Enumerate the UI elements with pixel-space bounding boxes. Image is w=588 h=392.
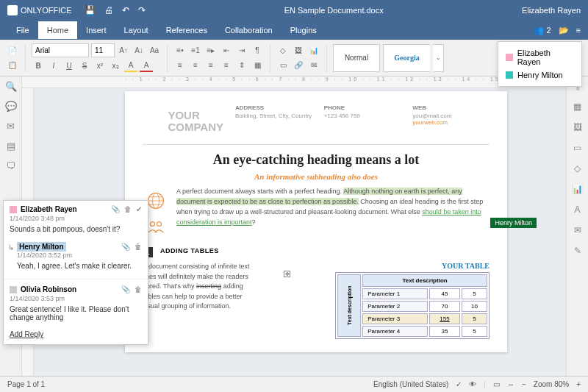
bold-button[interactable]: B: [32, 59, 45, 72]
multilevel-icon[interactable]: ≡▸: [204, 44, 218, 57]
copy-icon[interactable]: 📄: [6, 44, 19, 57]
comment-text: Great sentence! I like it. Please don't …: [4, 305, 148, 327]
menu-icon[interactable]: ≡: [576, 26, 581, 35]
ruler-horizontal[interactable]: · · 1 · · 2 · · 3 · · 4 · · 5 · · 6 · · …: [22, 76, 566, 88]
align-right-icon[interactable]: ≡: [204, 59, 218, 72]
navigation-icon[interactable]: ▤: [7, 140, 15, 152]
comments-panel: Elizabeth Rayen 📎 🗑 ✔ 1/14/2020 3:48 pm …: [3, 200, 148, 345]
print-icon[interactable]: 🖨: [104, 5, 113, 15]
delete-comment-icon[interactable]: 🗑: [135, 243, 142, 251]
svg-point-6: [157, 222, 162, 227]
tab-file[interactable]: File: [7, 21, 38, 39]
table-title[interactable]: YOUR TABLE: [263, 262, 490, 270]
undo-icon[interactable]: ↶: [122, 5, 129, 15]
zoom-out-icon[interactable]: −: [522, 380, 526, 388]
insert-link-icon[interactable]: 🔗: [292, 59, 305, 72]
justify-icon[interactable]: ≡: [220, 59, 233, 72]
highlight-button[interactable]: A: [124, 59, 137, 72]
style-normal[interactable]: Normal: [333, 44, 380, 72]
comment-date: 1/14/2020 3:48 pm: [4, 215, 148, 225]
mailmerge-settings-icon[interactable]: ✉: [574, 225, 581, 235]
user-list-item[interactable]: Henry Milton: [517, 71, 563, 79]
tab-plugins[interactable]: Plugins: [282, 21, 326, 39]
paste-icon[interactable]: 📋: [6, 59, 19, 72]
feedback-icon[interactable]: 🗨: [6, 160, 15, 171]
table-settings-icon[interactable]: ▦: [573, 101, 581, 112]
section-paragraph[interactable]: A document consisting of infinite text l…: [143, 262, 253, 339]
attach-icon[interactable]: 📎: [121, 243, 130, 251]
underline-button[interactable]: U: [62, 59, 76, 72]
redo-icon[interactable]: ↷: [138, 5, 146, 15]
tab-collaboration[interactable]: Collaboration: [216, 21, 282, 39]
table-header: Text description: [362, 274, 487, 287]
mailmerge-icon[interactable]: ✉: [307, 59, 320, 72]
image-settings-icon[interactable]: 🖼: [573, 122, 582, 132]
font-color-button[interactable]: A: [140, 59, 153, 72]
data-table[interactable]: Text descriptionText description Paramet…: [335, 272, 490, 339]
insert-image-icon[interactable]: 🖼: [292, 44, 305, 57]
save-icon[interactable]: 💾: [85, 5, 96, 15]
align-center-icon[interactable]: ≡: [189, 59, 202, 72]
chart-settings-icon[interactable]: 📊: [572, 184, 583, 194]
heading-2[interactable]: An informative subheading also does: [143, 172, 490, 181]
tab-home[interactable]: Home: [38, 21, 77, 39]
fit-page-icon[interactable]: ▭: [493, 380, 500, 388]
tab-references[interactable]: References: [157, 21, 216, 39]
zoom-level[interactable]: Zoom 80%: [534, 380, 569, 388]
insert-chart-icon[interactable]: 📊: [307, 44, 320, 57]
heading-1[interactable]: An eye-catching heading means a lot: [143, 152, 490, 168]
comments-icon[interactable]: 💬: [5, 101, 17, 112]
logo-icon: [7, 5, 18, 15]
page-indicator[interactable]: Page 1 of 1: [7, 380, 45, 388]
resolve-icon[interactable]: ✔: [136, 205, 142, 213]
fit-width-icon[interactable]: ↔: [507, 380, 514, 388]
subscript-button[interactable]: x₂: [109, 59, 122, 72]
shading-icon[interactable]: ▦: [251, 59, 264, 72]
signature-icon[interactable]: ✎: [574, 246, 581, 256]
user-count[interactable]: 👥 2: [534, 26, 551, 35]
tab-layout[interactable]: Layout: [115, 21, 157, 39]
style-georgia[interactable]: Georgia: [383, 44, 430, 72]
open-location-icon[interactable]: 📂: [559, 26, 569, 35]
tracking-icon[interactable]: 👁: [469, 380, 476, 388]
current-user[interactable]: Elizabeth Rayen: [522, 6, 581, 15]
decrease-font-icon[interactable]: A↓: [132, 44, 146, 57]
numbering-icon[interactable]: ≡1: [189, 44, 202, 57]
align-left-icon[interactable]: ≡: [173, 59, 187, 72]
nonprinting-icon[interactable]: ¶: [251, 44, 264, 57]
delete-comment-icon[interactable]: 🗑: [135, 285, 142, 293]
add-reply-button[interactable]: Add Reply: [4, 327, 148, 344]
language-indicator[interactable]: English (United States): [373, 380, 448, 388]
spellcheck-icon[interactable]: ✓: [456, 380, 462, 388]
italic-button[interactable]: I: [47, 59, 60, 72]
change-case-icon[interactable]: Aa: [148, 44, 161, 57]
strike-button[interactable]: S: [78, 59, 91, 72]
attach-icon[interactable]: 📎: [121, 285, 130, 293]
increase-font-icon[interactable]: A↑: [117, 44, 130, 57]
tab-insert[interactable]: Insert: [77, 21, 115, 39]
user-list-item[interactable]: Elizabeth Rayen: [517, 49, 574, 66]
font-name-input[interactable]: [32, 43, 89, 57]
line-spacing-icon[interactable]: ⇕: [235, 59, 248, 72]
zoom-in-icon[interactable]: +: [576, 380, 581, 388]
font-size-input[interactable]: [91, 43, 115, 57]
insert-shape-icon[interactable]: ◇: [276, 44, 290, 57]
table-move-handle[interactable]: ✥: [284, 271, 290, 277]
header-settings-icon[interactable]: ▭: [573, 143, 581, 153]
inc-indent-icon[interactable]: ⇥: [235, 44, 248, 57]
bullets-icon[interactable]: ≡•: [173, 44, 187, 57]
attach-icon[interactable]: 📎: [111, 205, 120, 213]
body-paragraph[interactable]: A perfect document always starts with a …: [176, 187, 490, 238]
textart-settings-icon[interactable]: A: [574, 204, 580, 215]
document-page[interactable]: YOUR COMPANY ADDRESS Building, Street, C…: [125, 91, 507, 352]
search-icon[interactable]: 🔍: [5, 81, 17, 92]
insert-page-icon[interactable]: ▭: [276, 59, 290, 72]
dec-indent-icon[interactable]: ⇤: [220, 44, 233, 57]
style-dropdown-icon[interactable]: ⌄: [433, 44, 444, 72]
chat-icon[interactable]: ✉: [7, 121, 15, 132]
shape-settings-icon[interactable]: ◇: [574, 163, 581, 174]
superscript-button[interactable]: x²: [93, 59, 107, 72]
delete-comment-icon[interactable]: 🗑: [124, 205, 132, 213]
section-title[interactable]: ADDING TABLES: [160, 247, 219, 257]
table-cell[interactable]: Parameter 1: [362, 288, 428, 299]
